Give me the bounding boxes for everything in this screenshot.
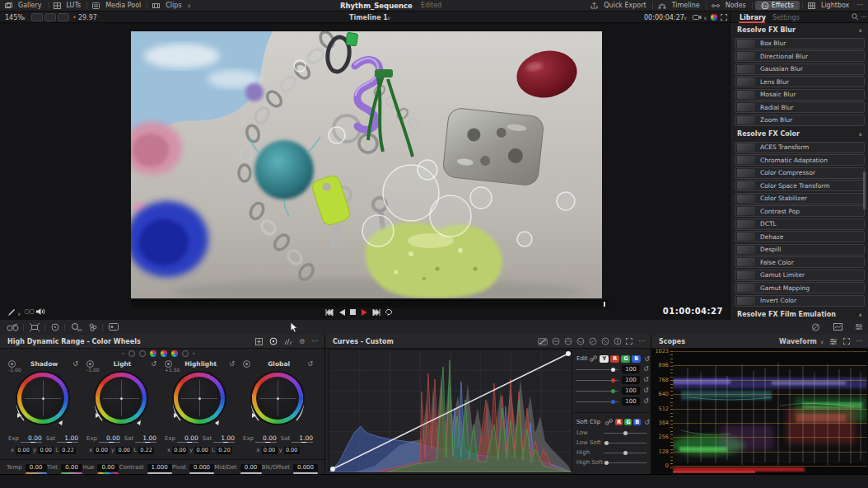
lightbox-button[interactable]: Lightbox <box>815 0 855 11</box>
viewer-zoom-level[interactable]: 145% <box>5 14 24 21</box>
chevron-down-icon[interactable]: ∨ <box>22 15 26 21</box>
color-picker-icon[interactable] <box>89 323 97 331</box>
reset-icon[interactable]: ↺ <box>643 365 649 373</box>
channel-b-button[interactable]: B <box>632 355 641 363</box>
scrollbar-thumb[interactable] <box>863 171 866 209</box>
camera-icon[interactable] <box>693 14 702 21</box>
x-value[interactable]: 0.00 <box>262 447 278 454</box>
exp-value[interactable]: 0.00 <box>177 434 198 443</box>
collapse-icon[interactable]: ∧ <box>858 312 862 317</box>
gallery-button[interactable]: Gallery <box>12 0 48 11</box>
chevron-down-icon[interactable]: ∨ <box>703 15 707 21</box>
slider-value[interactable]: 100 <box>622 387 640 395</box>
timeline-selector[interactable]: Timeline 1 <box>349 14 388 21</box>
fx-item[interactable]: Box Blur <box>735 38 865 49</box>
sat-vs-lum-icon[interactable] <box>614 337 622 345</box>
color-wheel-global[interactable] <box>252 373 303 424</box>
field-value[interactable]: 1.000 <box>147 464 172 472</box>
power-window-icon[interactable] <box>51 323 59 331</box>
slider-handle[interactable] <box>604 461 609 465</box>
page-next-icon[interactable]: › <box>193 350 195 357</box>
reset-icon[interactable]: ↺ <box>644 419 650 426</box>
link-channels-icon[interactable] <box>590 355 597 362</box>
field-value[interactable]: 0.000 <box>293 464 318 472</box>
sizing-icon[interactable] <box>30 323 40 331</box>
fx-item[interactable]: Despill <box>735 244 865 256</box>
fx-item[interactable]: Contrast Pop <box>735 205 865 217</box>
tab-settings[interactable]: Settings <box>772 14 800 21</box>
channel-y-button[interactable]: Y <box>600 355 609 363</box>
link-channels-icon[interactable] <box>605 419 613 425</box>
fx-item[interactable]: Radial Blur <box>735 101 865 113</box>
lum-vs-sat-icon[interactable] <box>589 337 597 345</box>
fx-item[interactable]: Gaussian Blur <box>735 63 865 75</box>
chevron-down-icon[interactable]: ∨ <box>387 15 390 21</box>
y-value[interactable]: 0.00 <box>38 447 54 454</box>
fx-item[interactable]: Lens Blur <box>735 76 865 87</box>
search-icon[interactable] <box>852 13 859 21</box>
palette-options-icon[interactable]: ··· <box>638 338 645 345</box>
wheels-mode-icon[interactable] <box>269 337 278 345</box>
channel-g-button[interactable]: G <box>621 355 630 363</box>
palette-options-icon[interactable]: ··· <box>311 338 318 345</box>
custom-curves-icon[interactable] <box>538 338 548 345</box>
sat-value[interactable]: 1.00 <box>213 434 235 443</box>
slider-handle[interactable] <box>611 400 615 404</box>
page-dot[interactable] <box>139 350 146 357</box>
color-wheel-light[interactable] <box>96 373 147 424</box>
fx-item[interactable]: DCTL <box>735 218 865 230</box>
sat-value[interactable]: 1.00 <box>135 434 156 443</box>
fx-section-header[interactable]: Resolve FX Film Emulation∧ <box>730 307 868 320</box>
expand-icon[interactable] <box>721 14 727 21</box>
field-value[interactable]: 0.00 <box>61 464 82 472</box>
go-to-end-icon[interactable] <box>372 309 380 316</box>
field-value[interactable]: 0.000 <box>189 464 214 472</box>
page-dot-active[interactable] <box>161 350 167 357</box>
slider-handle[interactable] <box>623 431 628 435</box>
wheel-balance-handle[interactable] <box>42 397 44 400</box>
hue-vs-sat-icon[interactable] <box>564 337 572 345</box>
hue-vs-lum-icon[interactable] <box>576 337 585 345</box>
tab-library[interactable]: Library <box>740 14 766 21</box>
slider-value[interactable]: 100 <box>622 365 640 373</box>
fx-item[interactable]: Dehaze <box>735 231 865 242</box>
fx-section-header[interactable]: Resolve FX Blur∧ <box>730 23 868 36</box>
exp-value[interactable]: 0.00 <box>21 434 42 443</box>
chevron-down-icon[interactable]: ∨ <box>820 339 824 345</box>
slider-track[interactable] <box>604 443 646 443</box>
color-wheel-highlight[interactable] <box>174 373 225 424</box>
quick-export-button[interactable]: Quick Export <box>598 0 651 11</box>
timeline-button[interactable]: Timeline <box>666 0 706 11</box>
y-value[interactable]: 0.00 <box>116 447 132 454</box>
timeline-timecode[interactable]: 01:00:04:27 <box>642 307 723 316</box>
clips-button[interactable]: Clips <box>160 0 187 11</box>
playhead-marker[interactable] <box>604 302 605 307</box>
l-value[interactable]: 0.22 <box>138 447 154 454</box>
color-wheel-shadow[interactable] <box>17 373 68 424</box>
reset-icon[interactable]: ↺ <box>643 376 649 383</box>
image-wipe-icon[interactable] <box>7 323 20 331</box>
bypass-grades-icon[interactable] <box>811 323 820 331</box>
collapse-icon[interactable]: ∧ <box>858 27 862 33</box>
sat-value[interactable]: 1.00 <box>57 434 78 443</box>
page-dot[interactable] <box>128 350 135 357</box>
loop-icon[interactable] <box>385 308 393 316</box>
timeline-wipe-icon[interactable] <box>855 323 863 331</box>
split-viewer-toggle[interactable] <box>44 13 56 21</box>
scope-settings-icon[interactable] <box>829 338 838 345</box>
page-dot-active[interactable] <box>171 350 178 357</box>
highlight-hdr-icon[interactable]: HDR <box>71 322 82 331</box>
reset-icon[interactable]: ↺ <box>644 355 650 363</box>
slider-handle[interactable] <box>604 441 609 445</box>
grade-wheels-icon[interactable] <box>711 14 717 21</box>
slider-value[interactable]: 100 <box>622 376 640 384</box>
sat-value[interactable]: 1.00 <box>292 434 313 443</box>
fx-item[interactable]: Color Stabilizer <box>735 193 865 204</box>
l-value[interactable]: 0.22 <box>60 447 76 454</box>
field-value[interactable]: 0.00 <box>97 464 119 472</box>
single-viewer-toggle[interactable] <box>31 13 43 21</box>
y-value[interactable]: 0.00 <box>194 447 210 454</box>
chevron-down-icon[interactable]: ∨ <box>17 311 21 317</box>
page-prev-icon[interactable]: ‹ <box>122 350 124 357</box>
wheel-balance-handle[interactable] <box>198 397 201 400</box>
